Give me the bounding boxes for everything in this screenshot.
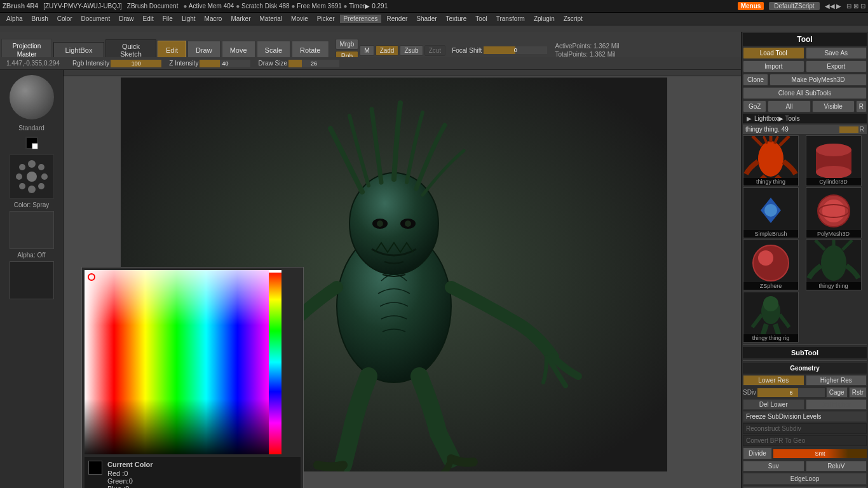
zsub-button[interactable]: Zsub [400,45,423,56]
rgb-intensity-label: Rgb Intensity [72,60,109,67]
menu-texture[interactable]: Texture [442,15,471,23]
material-preview[interactable] [10,75,54,119]
menu-draw[interactable]: Draw [115,15,137,23]
convert-bpr-button[interactable]: Convert BPR To Geo [743,435,867,446]
tool-thumb-creature[interactable]: thingy thing [743,135,799,186]
mrgb-button[interactable]: Mrgb [336,39,359,50]
sdiv-slider[interactable]: 6 [757,388,825,397]
blue-value-label: Blue :0 [107,485,153,488]
menu-alpha[interactable]: Alpha [3,15,27,23]
del-lower-button[interactable]: Del Lower [743,399,804,410]
visible-button[interactable]: Visible [812,100,855,112]
menu-picker[interactable]: Picker [313,15,339,23]
make-polymesh-button[interactable]: Make PolyMesh3D [770,74,867,86]
export-button[interactable]: Export [806,60,867,72]
menu-edit[interactable]: Edit [139,15,158,23]
playback-controls[interactable]: ◀◀ ▶ [825,3,842,10]
svg-point-63 [822,200,845,222]
lower-res-button[interactable]: Lower Res [743,375,804,386]
menu-preferences[interactable]: Preferences [340,15,382,23]
goz-button[interactable]: GoZ [743,100,766,112]
menus-button[interactable]: Menus [738,2,764,10]
z-intensity-slider[interactable]: 40 [200,60,250,67]
focal-shift-slider[interactable]: 0 [484,46,547,54]
load-tool-button[interactable]: Load Tool [743,47,804,59]
rgb-intensity-slider[interactable]: 100 [111,60,161,67]
all-button[interactable]: All [768,100,810,112]
tool-thumb-polymesh[interactable]: PolyMesh3D [806,187,862,238]
color-selector-dot[interactable] [88,273,95,281]
current-color-swatch [88,461,102,475]
svg-point-4 [27,172,37,182]
cage-button[interactable]: Cage [826,387,848,398]
reconstruct-subdiv-button[interactable]: Reconstruct Subdiv [743,423,867,434]
tool-thumb-thingyrig[interactable]: thingy thing rig [743,292,799,342]
current-color-title: Current Color [107,461,153,468]
lightbox-button[interactable]: LightBox [53,42,104,58]
brush-preview[interactable] [10,154,54,199]
menu-zplugin[interactable]: Zplugin [530,15,559,23]
alpha-preview[interactable] [10,211,54,249]
z-intensity-label: Z Intensity [169,60,198,67]
divide-button[interactable]: Divide [743,447,772,459]
draw-size-slider[interactable]: 26 [288,60,339,67]
default-zscript[interactable]: DefaultZScript [769,2,819,10]
clone-all-subtools-button[interactable]: Clone All SubTools [743,87,867,99]
menu-shader[interactable]: Shader [412,15,440,23]
save-as-button[interactable]: Save As [806,47,867,59]
freeze-subdivision-button[interactable]: Freeze SubDivision Levels [743,411,867,422]
left-panel: Standard Color: Spray Alpha: Off [0,70,64,488]
menu-brush[interactable]: Brush [28,15,52,23]
svg-point-0 [19,164,25,170]
edgeloop-button[interactable]: EdgeLoop [743,473,867,485]
menu-marker[interactable]: Marker [227,15,254,23]
r-button[interactable]: R [856,100,867,112]
clone-button[interactable]: Clone [743,74,768,86]
zadd-button[interactable]: Zadd [376,45,399,56]
import-button[interactable]: Import [743,60,804,72]
tool-thumb-thingy2[interactable]: thingy thing [806,240,862,290]
menu-macro[interactable]: Macro [201,15,226,23]
tool-slider[interactable] [839,126,858,133]
texture-preview[interactable] [10,261,54,299]
menu-light[interactable]: Light [178,15,200,23]
menu-color[interactable]: Color [53,15,76,23]
thingyrig-thumb-svg [743,292,799,334]
tool-thumb-2-label: Cylinder3D [806,178,861,186]
standard-label: Standard [18,125,44,132]
menu-zscript[interactable]: Zscript [560,15,587,23]
hue-strip[interactable] [269,270,281,454]
suv-button[interactable]: Suv [743,461,804,471]
cylinder-thumb-svg [806,136,862,178]
divider-1 [743,344,867,345]
thingy2-thumb-svg [806,240,862,282]
menu-tool[interactable]: Tool [471,15,491,23]
zcut-button[interactable]: Zcut [424,45,445,56]
higher-res-button[interactable]: Higher Res [806,375,867,386]
color-picker[interactable]: Current Color Red :0 Green:0 Blue :0 [81,267,304,488]
color-gradient-area[interactable] [85,270,269,454]
window-controls[interactable]: ⊟ ⊠ ⊡ [846,3,865,10]
menu-material[interactable]: Material [256,15,287,23]
tool-thumb-zsphere[interactable]: ZSphere [743,240,799,290]
tool-panel-title: Tool [743,33,867,46]
divider-2 [743,360,867,361]
reluv-button[interactable]: ReluV [806,461,867,471]
rstr-button[interactable]: Rstr [849,387,867,398]
menu-file[interactable]: File [159,15,177,23]
menu-movie[interactable]: Movie [287,15,312,23]
m-button[interactable]: M [360,45,374,56]
del-higher-button[interactable]: Del Higher [806,399,867,410]
brush-row: 1.447,-0.355,0.294 Rgb Intensity 100 Z I… [0,57,868,70]
tool-thumb-simplebrush[interactable]: SimpleBrush [743,187,799,238]
right-panel: Tool Load Tool Save As Import Export Clo… [741,32,868,488]
tool-thumb-cylinder[interactable]: Cylinder3D [806,135,862,186]
smt-slider[interactable]: Smt [773,449,867,458]
menu-document[interactable]: Document [78,15,114,23]
menu-render[interactable]: Render [383,15,411,23]
menu-transform[interactable]: Transform [492,15,529,23]
svg-point-50 [405,220,411,227]
color-swatch[interactable] [25,137,38,149]
lightbox-tools-bar[interactable]: ▶ Lightbox▶ Tools [743,114,867,123]
canvas-area[interactable]: Current Color Red :0 Green:0 Blue :0 [64,70,745,488]
